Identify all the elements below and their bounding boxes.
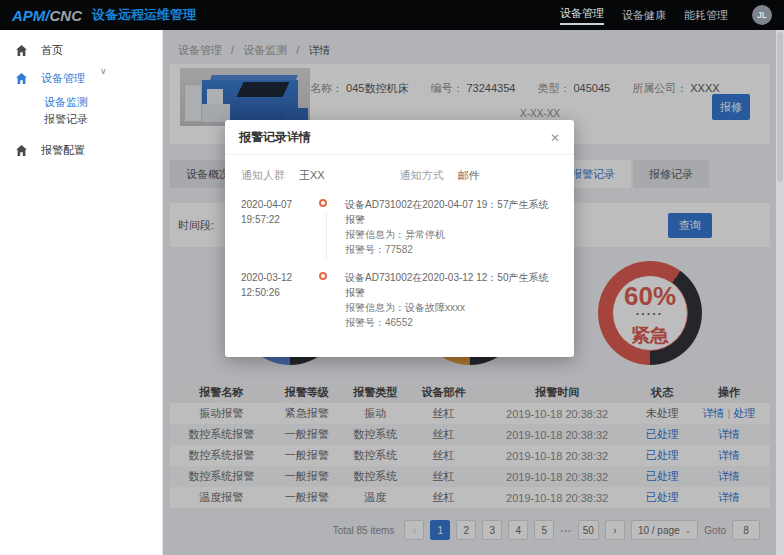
notify-method: 通知方式 邮件	[400, 168, 559, 183]
sidebar-subitem-alarm-records[interactable]: 报警记录	[0, 111, 162, 127]
alarm-info: 报警信息为：设备故障xxxx	[345, 300, 558, 315]
timeline-message: 设备AD731002在2020-03-12 12：50产生系统报警 报警信息为：…	[345, 270, 558, 330]
sidebar-item-device-management[interactable]: 设备管理 ∨	[0, 66, 162, 90]
top-nav: 设备管理 设备健康 能耗管理 JL	[560, 5, 772, 25]
timeline-marker	[319, 270, 345, 330]
timeline-entry: 2020-04-07 19:57:22 设备AD731002在2020-04-0…	[241, 197, 558, 257]
timeline-datetime: 2020-03-12 12:50:26	[241, 270, 319, 330]
home-icon	[15, 72, 28, 85]
alarm-number: 报警号：46552	[345, 315, 558, 330]
home-icon	[15, 144, 28, 157]
user-avatar[interactable]: JL	[752, 5, 772, 25]
sidebar-item-alarm-config[interactable]: 报警配置	[0, 138, 162, 162]
timeline-time: 19:57:22	[241, 212, 319, 227]
notify-method-label: 通知方式	[400, 168, 444, 183]
nav-device-health[interactable]: 设备健康	[622, 8, 666, 23]
modal-notify-row: 通知人群 王XX 通知方式 邮件	[225, 155, 574, 187]
timeline-dot-icon	[319, 272, 327, 280]
nav-device-management[interactable]: 设备管理	[560, 6, 604, 25]
sidebar-subitem-alarm-records-label: 报警记录	[44, 112, 88, 127]
sidebar-spacer	[0, 128, 162, 138]
app-title: 设备远程运维管理	[92, 6, 196, 24]
timeline-date: 2020-03-12	[241, 270, 319, 285]
alarm-timeline: 2020-04-07 19:57:22 设备AD731002在2020-04-0…	[225, 187, 574, 357]
modal-header: 报警记录详情 ✕	[225, 120, 574, 155]
nav-energy-management-label: 能耗管理	[684, 9, 728, 21]
logo-secondary: CNC	[50, 7, 83, 24]
timeline-time: 12:50:26	[241, 285, 319, 300]
notify-group-value: 王XX	[299, 168, 325, 183]
alarm-info: 报警信息为：异常停机	[345, 227, 558, 242]
notify-group-label: 通知人群	[241, 168, 285, 183]
alarm-number: 报警号：77582	[345, 242, 558, 257]
alarm-summary: 设备AD731002在2020-04-07 19：57产生系统报警	[345, 197, 558, 227]
close-icon[interactable]: ✕	[550, 132, 560, 144]
modal-title: 报警记录详情	[239, 129, 311, 146]
timeline-marker	[319, 197, 345, 257]
alarm-detail-modal: 报警记录详情 ✕ 通知人群 王XX 通知方式 邮件 2020-04-07 19:…	[225, 120, 574, 357]
home-icon	[15, 44, 28, 57]
sidebar-item-device-management-label: 设备管理	[41, 71, 85, 86]
nav-energy-management[interactable]: 能耗管理	[684, 8, 728, 23]
nav-active-underline	[560, 23, 604, 25]
logo-primary: APM/	[12, 7, 50, 24]
alarm-summary: 设备AD731002在2020-03-12 12：50产生系统报警	[345, 270, 558, 300]
sidebar: 首页 设备管理 ∨ 设备监测 报警记录 报警配置	[0, 30, 163, 555]
timeline-message: 设备AD731002在2020-04-07 19：57产生系统报警 报警信息为：…	[345, 197, 558, 257]
sidebar-item-alarm-config-label: 报警配置	[41, 143, 85, 158]
sidebar-item-home-label: 首页	[41, 43, 63, 58]
scrollbar-thumb[interactable]	[777, 32, 783, 182]
sidebar-subitem-device-monitor-label: 设备监测	[44, 95, 88, 110]
timeline-dot-icon	[319, 199, 327, 207]
timeline-date: 2020-04-07	[241, 197, 319, 212]
chevron-down-icon[interactable]: ∨	[100, 66, 107, 76]
timeline-entry: 2020-03-12 12:50:26 设备AD731002在2020-03-1…	[241, 270, 558, 330]
top-header: APM/CNC 设备远程运维管理 设备管理 设备健康 能耗管理 JL	[0, 0, 784, 30]
timeline-datetime: 2020-04-07 19:57:22	[241, 197, 319, 257]
page-scrollbar[interactable]	[776, 30, 784, 555]
sidebar-item-home[interactable]: 首页	[0, 38, 162, 62]
notify-method-value: 邮件	[458, 168, 480, 183]
nav-device-health-label: 设备健康	[622, 9, 666, 21]
nav-device-management-label: 设备管理	[560, 7, 604, 19]
notify-group: 通知人群 王XX	[241, 168, 400, 183]
app-logo: APM/CNC	[12, 7, 82, 24]
sidebar-subitem-device-monitor[interactable]: 设备监测	[0, 94, 162, 110]
